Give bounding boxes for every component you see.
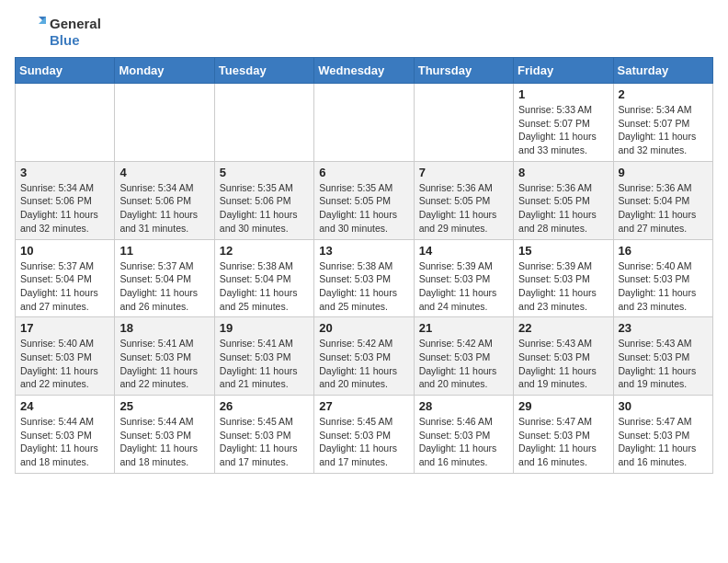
day-number: 13 xyxy=(319,244,408,258)
day-number: 14 xyxy=(419,244,508,258)
day-number: 26 xyxy=(220,399,309,413)
day-info: Sunrise: 5:47 AM Sunset: 5:03 PM Dayligh… xyxy=(518,415,608,469)
day-number: 5 xyxy=(220,166,309,179)
day-number: 11 xyxy=(119,244,209,258)
day-number: 27 xyxy=(319,399,408,413)
day-info: Sunrise: 5:36 AM Sunset: 5:05 PM Dayligh… xyxy=(419,181,508,236)
day-number: 25 xyxy=(119,399,209,413)
day-cell: 6Sunrise: 5:35 AM Sunset: 5:05 PM Daylig… xyxy=(314,161,414,239)
day-info: Sunrise: 5:36 AM Sunset: 5:04 PM Dayligh… xyxy=(619,181,708,236)
day-number: 29 xyxy=(518,399,608,413)
day-number: 1 xyxy=(518,87,608,101)
day-cell: 17Sunrise: 5:40 AM Sunset: 5:03 PM Dayli… xyxy=(16,317,115,396)
logo-svg xyxy=(15,15,46,50)
day-info: Sunrise: 5:34 AM Sunset: 5:06 PM Dayligh… xyxy=(20,181,109,236)
day-number: 22 xyxy=(518,321,608,335)
day-info: Sunrise: 5:45 AM Sunset: 5:03 PM Dayligh… xyxy=(319,415,408,469)
weekday-header-friday: Friday xyxy=(514,58,613,84)
day-info: Sunrise: 5:35 AM Sunset: 5:05 PM Dayligh… xyxy=(319,181,408,236)
day-number: 7 xyxy=(419,166,508,179)
logo: General Blue xyxy=(15,15,101,50)
day-cell: 24Sunrise: 5:44 AM Sunset: 5:03 PM Dayli… xyxy=(16,396,115,474)
day-cell: 3Sunrise: 5:34 AM Sunset: 5:06 PM Daylig… xyxy=(16,161,115,239)
day-info: Sunrise: 5:37 AM Sunset: 5:04 PM Dayligh… xyxy=(20,259,109,314)
day-cell: 19Sunrise: 5:41 AM Sunset: 5:03 PM Dayli… xyxy=(214,317,313,396)
weekday-header-wednesday: Wednesday xyxy=(314,58,414,84)
weekday-header-monday: Monday xyxy=(115,58,214,84)
day-number: 8 xyxy=(518,166,608,179)
day-cell: 4Sunrise: 5:34 AM Sunset: 5:06 PM Daylig… xyxy=(115,161,214,239)
day-cell: 25Sunrise: 5:44 AM Sunset: 5:03 PM Dayli… xyxy=(115,396,214,474)
day-cell: 2Sunrise: 5:34 AM Sunset: 5:07 PM Daylig… xyxy=(613,84,712,162)
day-info: Sunrise: 5:42 AM Sunset: 5:03 PM Dayligh… xyxy=(419,337,508,391)
day-cell: 10Sunrise: 5:37 AM Sunset: 5:04 PM Dayli… xyxy=(16,239,115,317)
day-info: Sunrise: 5:43 AM Sunset: 5:03 PM Dayligh… xyxy=(518,337,608,391)
day-info: Sunrise: 5:37 AM Sunset: 5:04 PM Dayligh… xyxy=(119,259,209,314)
day-number: 23 xyxy=(619,321,708,335)
day-number: 30 xyxy=(619,399,708,413)
day-number: 20 xyxy=(319,321,408,335)
day-info: Sunrise: 5:38 AM Sunset: 5:04 PM Dayligh… xyxy=(220,259,309,314)
day-cell xyxy=(16,84,115,162)
day-number: 6 xyxy=(319,166,408,179)
day-cell: 9Sunrise: 5:36 AM Sunset: 5:04 PM Daylig… xyxy=(613,161,712,239)
day-info: Sunrise: 5:35 AM Sunset: 5:06 PM Dayligh… xyxy=(220,181,309,236)
day-cell: 26Sunrise: 5:45 AM Sunset: 5:03 PM Dayli… xyxy=(214,396,313,474)
day-cell: 16Sunrise: 5:40 AM Sunset: 5:03 PM Dayli… xyxy=(613,239,712,317)
day-cell xyxy=(115,84,214,162)
page-header: General Blue xyxy=(15,15,713,50)
day-info: Sunrise: 5:44 AM Sunset: 5:03 PM Dayligh… xyxy=(119,415,209,469)
day-info: Sunrise: 5:41 AM Sunset: 5:03 PM Dayligh… xyxy=(220,337,309,391)
day-info: Sunrise: 5:38 AM Sunset: 5:03 PM Dayligh… xyxy=(319,259,408,314)
day-info: Sunrise: 5:41 AM Sunset: 5:03 PM Dayligh… xyxy=(119,337,209,391)
day-cell: 27Sunrise: 5:45 AM Sunset: 5:03 PM Dayli… xyxy=(314,396,414,474)
logo-blue-text: Blue xyxy=(50,32,101,49)
day-info: Sunrise: 5:44 AM Sunset: 5:03 PM Dayligh… xyxy=(20,415,109,469)
calendar-header-row: SundayMondayTuesdayWednesdayThursdayFrid… xyxy=(16,58,713,84)
day-cell: 21Sunrise: 5:42 AM Sunset: 5:03 PM Dayli… xyxy=(414,317,513,396)
day-info: Sunrise: 5:39 AM Sunset: 5:03 PM Dayligh… xyxy=(419,259,508,314)
day-cell: 5Sunrise: 5:35 AM Sunset: 5:06 PM Daylig… xyxy=(214,161,313,239)
day-number: 16 xyxy=(619,244,708,258)
day-cell xyxy=(414,84,513,162)
week-row-4: 17Sunrise: 5:40 AM Sunset: 5:03 PM Dayli… xyxy=(16,317,713,396)
day-number: 15 xyxy=(518,244,608,258)
day-number: 10 xyxy=(20,244,109,258)
day-cell: 23Sunrise: 5:43 AM Sunset: 5:03 PM Dayli… xyxy=(613,317,712,396)
day-cell: 29Sunrise: 5:47 AM Sunset: 5:03 PM Dayli… xyxy=(514,396,613,474)
day-info: Sunrise: 5:34 AM Sunset: 5:06 PM Dayligh… xyxy=(119,181,209,236)
day-info: Sunrise: 5:36 AM Sunset: 5:05 PM Dayligh… xyxy=(518,181,608,236)
day-number: 24 xyxy=(20,399,109,413)
day-cell: 30Sunrise: 5:47 AM Sunset: 5:03 PM Dayli… xyxy=(613,396,712,474)
day-number: 9 xyxy=(619,166,708,179)
week-row-2: 3Sunrise: 5:34 AM Sunset: 5:06 PM Daylig… xyxy=(16,161,713,239)
day-cell: 11Sunrise: 5:37 AM Sunset: 5:04 PM Dayli… xyxy=(115,239,214,317)
day-cell: 22Sunrise: 5:43 AM Sunset: 5:03 PM Dayli… xyxy=(514,317,613,396)
logo-general-text: General xyxy=(50,16,101,32)
day-cell: 14Sunrise: 5:39 AM Sunset: 5:03 PM Dayli… xyxy=(414,239,513,317)
day-cell: 18Sunrise: 5:41 AM Sunset: 5:03 PM Dayli… xyxy=(115,317,214,396)
day-number: 19 xyxy=(220,321,309,335)
day-number: 4 xyxy=(119,166,209,179)
day-info: Sunrise: 5:42 AM Sunset: 5:03 PM Dayligh… xyxy=(319,337,408,391)
day-cell xyxy=(214,84,313,162)
day-info: Sunrise: 5:33 AM Sunset: 5:07 PM Dayligh… xyxy=(518,103,608,157)
day-info: Sunrise: 5:40 AM Sunset: 5:03 PM Dayligh… xyxy=(619,259,708,314)
day-info: Sunrise: 5:45 AM Sunset: 5:03 PM Dayligh… xyxy=(220,415,309,469)
day-cell: 28Sunrise: 5:46 AM Sunset: 5:03 PM Dayli… xyxy=(414,396,513,474)
day-number: 3 xyxy=(20,166,109,179)
week-row-5: 24Sunrise: 5:44 AM Sunset: 5:03 PM Dayli… xyxy=(16,396,713,474)
day-cell: 8Sunrise: 5:36 AM Sunset: 5:05 PM Daylig… xyxy=(514,161,613,239)
weekday-header-saturday: Saturday xyxy=(613,58,712,84)
calendar-table: SundayMondayTuesdayWednesdayThursdayFrid… xyxy=(15,57,713,474)
day-number: 28 xyxy=(419,399,508,413)
weekday-header-sunday: Sunday xyxy=(16,58,115,84)
day-cell xyxy=(314,84,414,162)
day-cell: 12Sunrise: 5:38 AM Sunset: 5:04 PM Dayli… xyxy=(214,239,313,317)
week-row-3: 10Sunrise: 5:37 AM Sunset: 5:04 PM Dayli… xyxy=(16,239,713,317)
day-info: Sunrise: 5:34 AM Sunset: 5:07 PM Dayligh… xyxy=(619,103,708,157)
day-cell: 1Sunrise: 5:33 AM Sunset: 5:07 PM Daylig… xyxy=(514,84,613,162)
day-number: 18 xyxy=(119,321,209,335)
day-number: 2 xyxy=(619,87,708,101)
day-cell: 15Sunrise: 5:39 AM Sunset: 5:03 PM Dayli… xyxy=(514,239,613,317)
